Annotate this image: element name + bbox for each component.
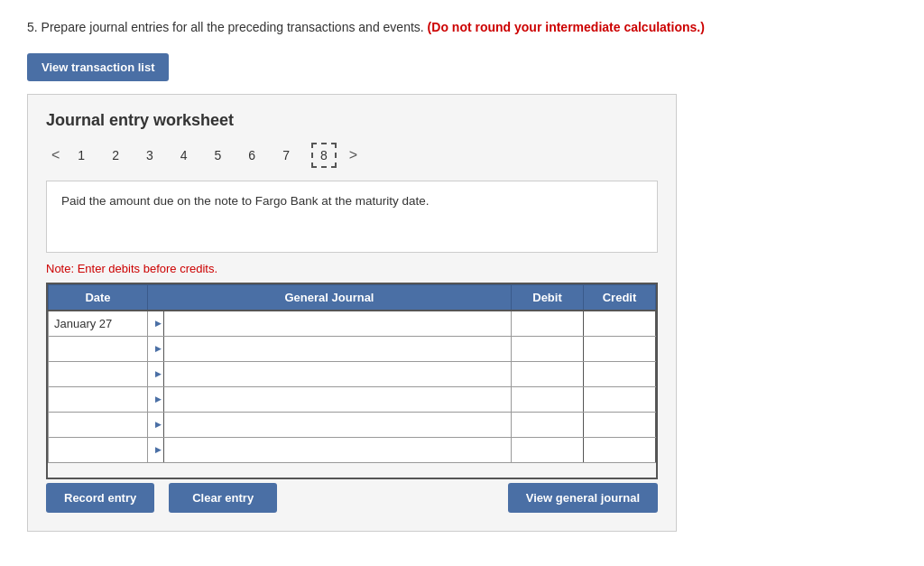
gj-input-3[interactable] [168, 362, 507, 386]
credit-input-2[interactable] [584, 337, 655, 361]
header-date: Date [49, 285, 148, 311]
gj-cell-4[interactable] [164, 386, 512, 412]
header-debit: Debit [512, 285, 584, 311]
tab-6[interactable]: 6 [243, 144, 261, 166]
credit-cell-6[interactable] [584, 437, 656, 462]
nav-right-arrow[interactable]: > [344, 145, 363, 165]
view-transaction-button[interactable]: View transaction list [27, 53, 169, 81]
tab-3[interactable]: 3 [141, 144, 159, 166]
debit-cell-5[interactable] [512, 412, 584, 437]
arrow-cell-5 [148, 412, 164, 437]
credit-input-3[interactable] [584, 362, 655, 386]
worksheet-title: Journal entry worksheet [46, 111, 658, 130]
gj-cell-6[interactable] [164, 437, 512, 462]
debit-input-4[interactable] [512, 387, 583, 412]
gj-input-4[interactable] [168, 387, 507, 412]
date-cell-5 [49, 412, 148, 437]
tab-2[interactable]: 2 [106, 144, 125, 166]
arrow-cell-6 [148, 437, 164, 462]
question-number: 5. [27, 20, 38, 34]
table-row: January 27 [49, 311, 656, 336]
note-text: Note: Enter debits before credits. [46, 262, 658, 275]
gj-input-1[interactable] [168, 311, 507, 336]
arrow-cell-4 [148, 386, 164, 412]
tab-numbers: 1 2 3 4 5 6 7 8 [72, 143, 336, 168]
question-text: Prepare journal entries for all the prec… [42, 20, 424, 34]
gj-cell-5[interactable] [164, 412, 512, 437]
date-value-1: January 27 [54, 317, 112, 330]
header-general-journal: General Journal [148, 285, 512, 311]
journal-table: Date General Journal Debit Credit Januar… [48, 284, 656, 463]
date-cell-2 [49, 336, 148, 361]
date-cell-4 [49, 386, 148, 412]
debit-input-2[interactable] [512, 337, 583, 361]
arrow-cell-3 [148, 361, 164, 386]
tab-8[interactable]: 8 [311, 143, 337, 168]
credit-cell-5[interactable] [584, 412, 656, 437]
tab-1[interactable]: 1 [72, 144, 90, 166]
date-cell-3 [49, 361, 148, 386]
credit-cell-1[interactable] [584, 311, 656, 336]
date-cell-1: January 27 [49, 311, 148, 336]
record-entry-button[interactable]: Record entry [46, 483, 154, 513]
debit-cell-3[interactable] [512, 361, 584, 386]
gj-cell-2[interactable] [164, 336, 512, 361]
worksheet-container: Journal entry worksheet < 1 2 3 4 5 6 7 … [27, 94, 677, 532]
arrow-cell-1 [148, 311, 164, 336]
date-cell-6 [49, 437, 148, 462]
tab-7[interactable]: 7 [277, 144, 295, 166]
question-header: 5. Prepare journal entries for all the p… [27, 18, 897, 37]
table-row [49, 386, 656, 412]
credit-input-6[interactable] [584, 438, 655, 462]
table-row [49, 336, 656, 361]
credit-cell-2[interactable] [584, 336, 656, 361]
debit-input-6[interactable] [512, 438, 583, 462]
credit-input-4[interactable] [584, 387, 655, 412]
transaction-description: Paid the amount due on the note to Fargo… [46, 181, 658, 253]
gj-cell-3[interactable] [164, 361, 512, 386]
debit-cell-1[interactable] [512, 311, 584, 336]
tab-navigation: < 1 2 3 4 5 6 7 8 > [46, 143, 658, 168]
view-general-journal-button[interactable]: View general journal [508, 483, 658, 513]
tab-5[interactable]: 5 [209, 144, 227, 166]
gj-input-2[interactable] [168, 337, 507, 361]
debit-cell-6[interactable] [512, 437, 584, 462]
footer-buttons: Record entry Clear entry View general jo… [46, 483, 658, 513]
gj-input-6[interactable] [168, 438, 507, 462]
clear-entry-button[interactable]: Clear entry [169, 483, 277, 513]
nav-left-arrow[interactable]: < [46, 145, 65, 165]
table-row [49, 412, 656, 437]
credit-cell-3[interactable] [584, 361, 656, 386]
table-header-row: Date General Journal Debit Credit [49, 285, 656, 311]
debit-input-3[interactable] [512, 362, 583, 386]
debit-input-5[interactable] [512, 413, 583, 437]
journal-table-wrapper: Date General Journal Debit Credit Januar… [46, 283, 658, 479]
gj-input-5[interactable] [168, 413, 507, 437]
question-warning: (Do not round your intermediate calculat… [428, 20, 705, 34]
debit-cell-2[interactable] [512, 336, 584, 361]
gj-cell-1[interactable] [164, 311, 512, 336]
tab-4[interactable]: 4 [175, 144, 193, 166]
credit-input-5[interactable] [584, 413, 655, 437]
credit-cell-4[interactable] [584, 386, 656, 412]
debit-cell-4[interactable] [512, 386, 584, 412]
credit-input-1[interactable] [584, 311, 655, 336]
table-row [49, 437, 656, 462]
debit-input-1[interactable] [512, 311, 583, 336]
table-row [49, 361, 656, 386]
header-credit: Credit [584, 285, 656, 311]
arrow-cell-2 [148, 336, 164, 361]
